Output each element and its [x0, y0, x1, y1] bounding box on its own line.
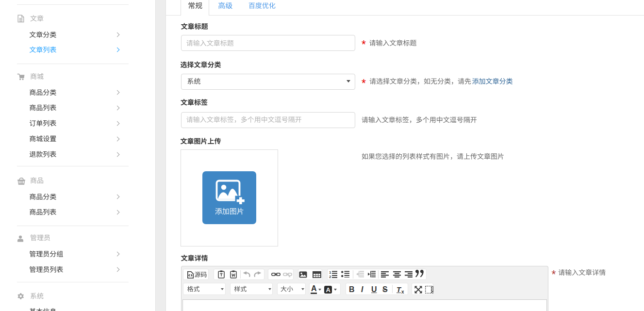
svg-text:2: 2: [329, 275, 331, 278]
